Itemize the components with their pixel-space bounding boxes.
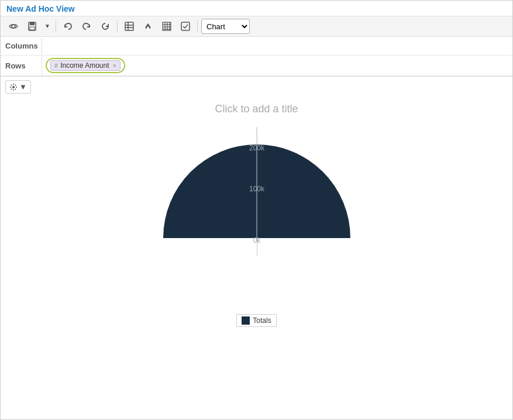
separator-3 — [197, 20, 198, 32]
title-bar: New Ad Hoc View — [1, 1, 512, 16]
undo-button[interactable] — [60, 19, 76, 34]
columns-label: Columns — [1, 39, 42, 53]
tag-close-icon[interactable]: × — [113, 62, 116, 69]
chart-svg: 200k 100k 0k — [157, 127, 356, 256]
separator-2 — [117, 20, 118, 32]
save-dropdown-button[interactable]: ▼ — [43, 19, 52, 34]
options-row: ▼ — [1, 77, 512, 97]
columns-row: Columns — [1, 37, 512, 56]
save-button[interactable] — [24, 19, 40, 34]
separator-1 — [56, 20, 56, 32]
svg-text:200k: 200k — [249, 144, 264, 152]
svg-point-16 — [12, 86, 15, 88]
rows-highlight-oval: # Income Amount × — [46, 58, 125, 73]
switch-table-button[interactable] — [121, 19, 137, 34]
options-button[interactable]: ▼ — [5, 80, 31, 94]
redo-button[interactable] — [78, 19, 95, 34]
svg-rect-15 — [181, 22, 190, 30]
tag-label: Income Amount — [60, 61, 109, 70]
svg-point-0 — [12, 25, 15, 28]
tag-hash-icon: # — [54, 62, 58, 69]
chart-title-placeholder[interactable]: Click to add a title — [215, 103, 298, 115]
income-amount-tag[interactable]: # Income Amount × — [50, 60, 120, 71]
toolbar: ▼ — [1, 16, 512, 37]
grid-button[interactable] — [159, 19, 175, 34]
options-label: ▼ — [19, 82, 27, 91]
legend-area: Totals — [236, 314, 276, 327]
svg-text:0k: 0k — [253, 236, 261, 245]
reset-button[interactable] — [97, 19, 113, 34]
fields-area: Columns Rows # Income Amount × — [1, 37, 512, 77]
check-button[interactable] — [177, 19, 194, 34]
app-title: New Ad Hoc View — [6, 4, 75, 13]
chart-wrapper: Income 200k 100k 0k — [157, 127, 356, 279]
chart-area: Click to add a title Income 200k 100k 0k — [1, 97, 512, 418]
svg-rect-2 — [30, 22, 35, 25]
svg-text:100k: 100k — [249, 185, 264, 193]
svg-rect-3 — [30, 27, 35, 30]
rows-content[interactable]: # Income Amount × — [42, 56, 512, 75]
columns-content[interactable] — [42, 38, 512, 54]
chart-type-select[interactable]: Chart Table Crosstab — [201, 19, 250, 34]
legend-color-box — [242, 316, 250, 325]
rows-label: Rows — [1, 59, 42, 73]
sort-button[interactable] — [140, 19, 156, 34]
main-content: Columns Rows # Income Amount × — [1, 37, 512, 418]
legend-item-totals: Totals — [236, 314, 276, 327]
view-button[interactable] — [5, 19, 22, 34]
legend-label: Totals — [253, 316, 271, 325]
rows-row: Rows # Income Amount × — [1, 56, 512, 76]
svg-rect-4 — [125, 22, 133, 30]
